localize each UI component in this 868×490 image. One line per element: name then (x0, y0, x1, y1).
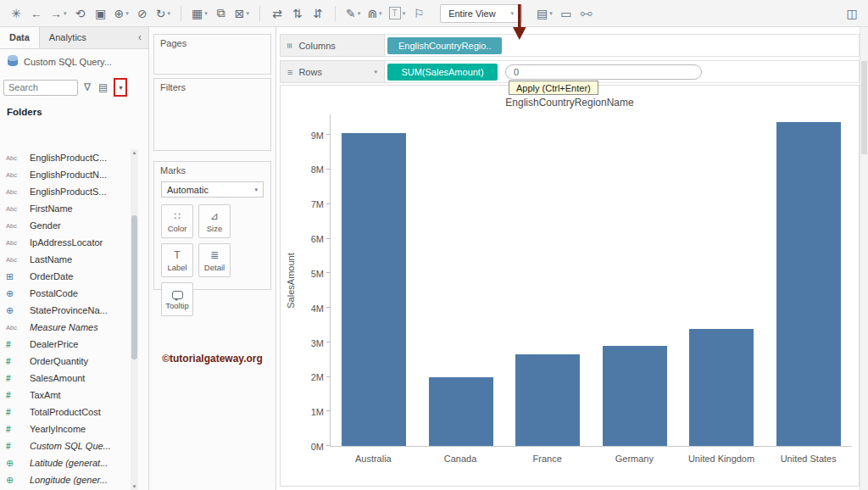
field-item[interactable]: #Custom SQL Que... (0, 437, 130, 454)
show-mark-labels-icon[interactable]: T▾ (387, 3, 409, 24)
columns-pill[interactable]: EnglishCountryRegio.. (387, 37, 502, 54)
field-item[interactable]: ⊞OrderDate (0, 268, 130, 285)
bar-slot (504, 114, 592, 446)
mark-type-dropdown[interactable]: Automatic ▾ (161, 181, 264, 198)
number-icon: # (6, 357, 28, 366)
pages-shelf[interactable]: Pages (153, 34, 271, 75)
detail-icon: ≣ (210, 249, 219, 261)
bar-france[interactable] (515, 354, 580, 446)
sort-ascending-icon[interactable]: ⇅ (288, 3, 307, 24)
globe-icon: ⊕ (6, 305, 28, 316)
label-button[interactable]: TLabel (161, 243, 193, 277)
chart: EnglishCountryRegionName SalesAmount 0M1… (280, 85, 860, 487)
field-item[interactable]: #YearlyIncome (0, 420, 130, 437)
field-item[interactable]: AbcFirstName (0, 200, 130, 217)
field-item[interactable]: ⊕Longitude (gener... (0, 471, 130, 488)
bar-slot (592, 114, 679, 446)
field-item[interactable]: AbcMeasure Names (0, 319, 130, 336)
show-me-icon[interactable]: ◫ (843, 3, 861, 24)
duplicate-sheet-icon[interactable]: ⧉ (212, 3, 231, 24)
pane-tabs: Data Analytics ‹ (0, 27, 148, 49)
tab-data[interactable]: Data (0, 27, 40, 48)
presentation-mode-icon[interactable]: ▭ (557, 3, 576, 24)
bar-united-kingdom[interactable] (689, 329, 754, 446)
bar-united-states[interactable] (776, 122, 841, 446)
y-tick-mark (326, 203, 331, 204)
search-input[interactable] (3, 80, 78, 96)
scrollbar-thumb[interactable] (131, 215, 137, 359)
pane-options-button-highlighted[interactable]: ▾ (114, 78, 127, 97)
field-item[interactable]: AbcEnglishProductS... (0, 183, 130, 200)
pause-updates-icon[interactable]: ⊘ (133, 3, 152, 24)
collapse-pane-button[interactable]: ‹ (131, 27, 148, 48)
bar-canada[interactable] (429, 377, 493, 446)
field-item[interactable]: #DealerPrice (0, 336, 130, 353)
abc-icon: Abc (6, 154, 28, 162)
show-cards-icon[interactable]: ▤▾ (534, 3, 555, 24)
field-item[interactable]: #OrderQuantity (0, 353, 130, 370)
detail-button[interactable]: ≣Detail (198, 243, 231, 277)
share-icon[interactable]: ⧟ (577, 3, 596, 24)
size-icon: ⊿ (210, 210, 219, 222)
field-item[interactable]: AbcIpAddressLocator (0, 234, 130, 251)
pin-icon[interactable]: ⚐ (409, 3, 428, 24)
tableau-logo-icon[interactable]: ✳ (7, 3, 25, 24)
abc-icon: Abc (6, 188, 28, 196)
field-item[interactable]: #SalesAmount (0, 370, 130, 387)
bar-germany[interactable] (603, 346, 667, 446)
rows-shelf-body[interactable]: SUM(SalesAmount) (385, 60, 860, 83)
revert-icon[interactable]: ⟲ (71, 3, 90, 24)
run-updates-icon[interactable]: ↻▾ (153, 3, 173, 24)
shelf-edit-input[interactable] (505, 64, 702, 80)
size-button[interactable]: ⊿Size (198, 204, 231, 238)
rows-pill[interactable]: SUM(SalesAmount) (387, 64, 498, 81)
new-worksheet-icon[interactable]: ▦▾ (189, 3, 210, 24)
field-item[interactable]: ⊕PostalCode (0, 285, 130, 302)
swap-axes-icon[interactable]: ⇄ (268, 3, 287, 24)
paperclip-icon[interactable]: ⋒▾ (364, 3, 384, 24)
toolbar-separator (259, 6, 260, 21)
color-button[interactable]: ∷Color (161, 204, 193, 238)
field-label: Custom SQL Que... (30, 441, 111, 451)
y-tick-label: 1M (311, 407, 324, 417)
field-item[interactable]: AbcEnglishProductC... (0, 149, 130, 166)
x-axis-spacer (281, 447, 330, 486)
rows-label-text: Rows (298, 67, 322, 77)
chevron-down-icon: ▾ (204, 10, 208, 17)
field-item[interactable]: ⊕Latitude (generat... (0, 454, 130, 471)
field-list-scrollbar[interactable]: ▲ ▼ (131, 149, 138, 490)
marks-buttons: ∷Color⊿SizeTLabel≣DetailTooltip (160, 204, 264, 316)
sort-descending-icon[interactable]: ⇵ (309, 3, 327, 24)
highlight-icon[interactable]: ✎▾ (343, 3, 363, 24)
bar-australia[interactable] (342, 133, 406, 446)
filters-shelf[interactable]: Filters (153, 78, 271, 151)
field-item[interactable]: AbcEnglishProductN... (0, 166, 130, 183)
scroll-up-icon[interactable]: ▲ (131, 150, 138, 155)
field-label: OrderDate (30, 271, 73, 281)
field-item[interactable]: ⊕StateProvinceNa... (0, 302, 130, 319)
x-category-label: United States (765, 447, 852, 486)
scroll-down-icon[interactable]: ▼ (131, 484, 138, 489)
forward-icon[interactable]: →▾ (47, 3, 70, 24)
field-item[interactable]: #TaxAmt (0, 387, 130, 404)
add-datasource-icon[interactable]: ⊕▾ (112, 3, 131, 24)
clear-sheet-icon[interactable]: ⊠▾ (232, 3, 252, 24)
columns-shelf-body[interactable]: EnglishCountryRegio.. (385, 34, 860, 57)
view-as-list-icon[interactable]: ▤ (97, 81, 109, 93)
field-item[interactable]: AbcLastName (0, 251, 130, 268)
y-tick-mark (326, 169, 331, 170)
field-item[interactable]: AbcGender (0, 217, 130, 234)
tooltip-button[interactable]: Tooltip (161, 282, 193, 316)
tab-analytics[interactable]: Analytics (40, 27, 96, 48)
field-item[interactable]: #TotalProductCost (0, 404, 130, 420)
y-axis-title: SalesAmount (281, 114, 301, 447)
fit-selector[interactable]: Entire View▾ (440, 4, 522, 23)
chevron-down-icon[interactable]: ▾ (374, 69, 377, 75)
back-icon[interactable]: ← (27, 3, 46, 24)
save-icon[interactable]: ▣ (92, 3, 110, 24)
datasource-item[interactable]: Custom SQL Query... (0, 49, 148, 75)
scrollbar-thumb[interactable] (861, 61, 867, 154)
folders-header: Folders (0, 100, 148, 120)
right-scrollbar[interactable] (860, 27, 868, 490)
filter-funnel-icon[interactable]: ∇ (82, 81, 92, 93)
